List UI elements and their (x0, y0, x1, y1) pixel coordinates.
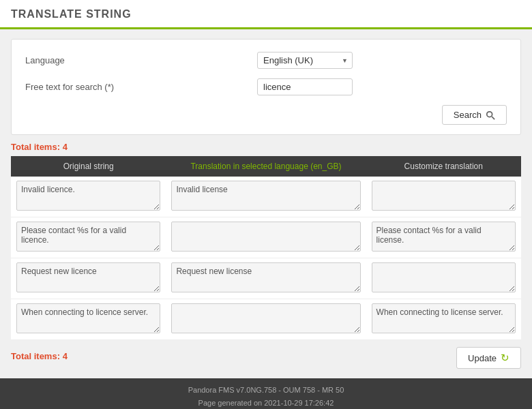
textarea-original-2[interactable]: Request new licence (16, 262, 160, 292)
textarea-translation-3[interactable] (171, 303, 360, 333)
cell-custom-0 (366, 177, 521, 217)
svg-point-0 (487, 111, 492, 117)
cell-custom-1: Please contact %s for a valid license. (366, 217, 521, 258)
textarea-translation-2[interactable]: Request new license (171, 262, 360, 292)
cell-custom-2 (366, 258, 521, 299)
textarea-original-1[interactable]: Please contact %s for a valid licence. (16, 222, 160, 252)
footer-line1: Pandora FMS v7.0NG.758 - OUM 758 - MR 50 (0, 384, 532, 397)
footer-line2: Page generated on 2021-10-29 17:26:42 (0, 397, 532, 409)
language-row: Language English (UK)SpanishFrenchGerman (25, 52, 507, 69)
page-footer: Pandora FMS v7.0NG.758 - OUM 758 - MR 50… (0, 378, 532, 409)
cell-original-3: When connecting to licence server. (11, 299, 166, 340)
search-btn-row: Search (25, 105, 507, 125)
textarea-original-0[interactable]: Invalid licence. (16, 181, 160, 211)
table-row: Request new licenceRequest new license (11, 258, 521, 299)
total-count-top: 4 (63, 142, 68, 152)
total-items-bottom: Total items: 4 (11, 351, 68, 361)
total-label-bottom: Total items: (11, 351, 60, 361)
bottom-row: Total items: 4 Update ↻ (11, 347, 521, 369)
textarea-original-3[interactable]: When connecting to licence server. (16, 303, 160, 333)
col-header-translation: Translation in selected language (en_GB) (166, 156, 366, 177)
total-items-top: Total items: 4 (11, 142, 521, 152)
cell-original-0: Invalid licence. (11, 177, 166, 217)
language-select-wrapper[interactable]: English (UK)SpanishFrenchGerman (257, 52, 353, 69)
cell-translation-0: Invalid license (166, 177, 366, 217)
update-button-label: Update (468, 353, 497, 363)
cell-translation-1 (166, 217, 366, 258)
search-text-row: Free text for search (*) (25, 78, 507, 95)
page-title: TRANSLATE STRING (11, 8, 521, 27)
table-row: Invalid licence.Invalid license (11, 177, 521, 217)
language-label: Language (25, 55, 257, 65)
search-button[interactable]: Search (442, 105, 507, 125)
textarea-custom-0[interactable] (372, 181, 516, 211)
col-header-custom: Customize translation (366, 156, 521, 177)
language-select[interactable]: English (UK)SpanishFrenchGerman (257, 52, 353, 69)
textarea-translation-1[interactable] (171, 222, 360, 252)
cell-translation-2: Request new license (166, 258, 366, 299)
search-icon (486, 110, 495, 120)
textarea-custom-2[interactable] (372, 262, 516, 292)
search-card: Language English (UK)SpanishFrenchGerman… (11, 39, 521, 135)
search-input[interactable] (257, 78, 353, 95)
cell-custom-3: When connecting to license server. (366, 299, 521, 340)
col-header-original: Original string (11, 156, 166, 177)
results-table: Original string Translation in selected … (11, 156, 521, 340)
table-row: When connecting to licence server.When c… (11, 299, 521, 340)
cell-original-1: Please contact %s for a valid licence. (11, 217, 166, 258)
total-label-top: Total items: (11, 142, 60, 152)
cell-translation-3 (166, 299, 366, 340)
total-count-bottom: 4 (63, 351, 68, 361)
search-text-label: Free text for search (*) (25, 82, 257, 92)
search-button-label: Search (454, 110, 482, 120)
svg-line-1 (492, 117, 494, 119)
update-button[interactable]: Update ↻ (456, 347, 521, 369)
textarea-translation-0[interactable]: Invalid license (171, 181, 360, 211)
cell-original-2: Request new licence (11, 258, 166, 299)
textarea-custom-3[interactable]: When connecting to license server. (372, 303, 516, 333)
table-row: Please contact %s for a valid licence.Pl… (11, 217, 521, 258)
table-header-row: Original string Translation in selected … (11, 156, 521, 177)
refresh-icon: ↻ (501, 352, 509, 364)
textarea-custom-1[interactable]: Please contact %s for a valid license. (372, 222, 516, 252)
